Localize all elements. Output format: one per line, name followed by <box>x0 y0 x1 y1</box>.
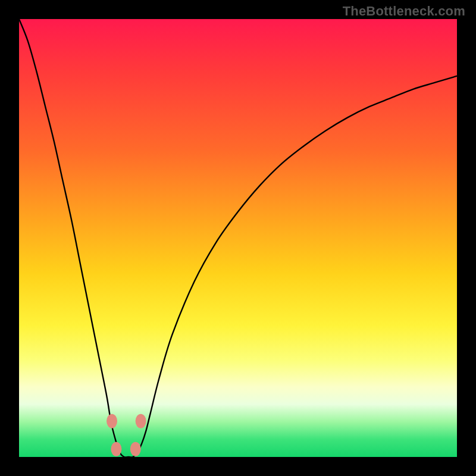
marker-group <box>107 414 146 456</box>
marker-left-lower <box>111 442 121 456</box>
marker-left-upper <box>107 414 117 428</box>
plot-area <box>19 19 457 457</box>
bottleneck-curve <box>19 19 457 458</box>
marker-right-lower <box>130 442 141 456</box>
attribution-text: TheBottleneck.com <box>343 4 465 19</box>
chart-frame: TheBottleneck.com <box>0 0 476 476</box>
curve-layer <box>19 19 457 457</box>
marker-right-upper <box>136 414 146 428</box>
